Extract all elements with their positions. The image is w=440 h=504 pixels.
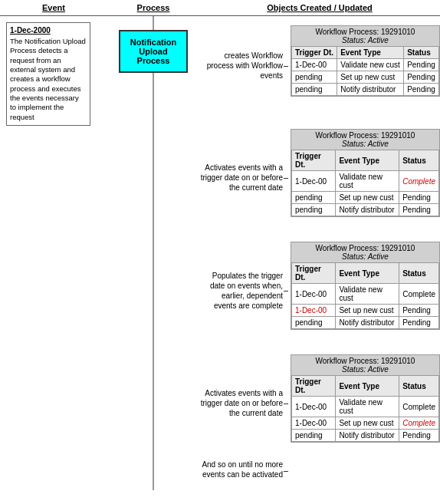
section-3: Populates the trigger date on events whe… <box>199 242 440 339</box>
col-trigger: Trigger Dt. <box>292 47 337 59</box>
col-event: Event Type <box>337 47 404 59</box>
wf-header-1: Workflow Process: 19291010 Status: Activ… <box>291 26 439 46</box>
event-type: Notify distributor <box>336 317 399 329</box>
status-cell: Pending <box>399 317 439 329</box>
desc-3: Populates the trigger date on events whe… <box>199 242 287 339</box>
event-type: Validate new cust <box>336 284 399 305</box>
status-cell: Pending <box>404 84 439 96</box>
event-type: Validate new cust <box>336 397 399 417</box>
header-objects: Objects Created / Updated <box>199 3 440 12</box>
table-row: 1-Dec-00 Validate new cust Pending <box>292 59 439 71</box>
event-description: The Notification Upload Process detects … <box>10 37 87 122</box>
table-row: pending Set up new cust Pending <box>292 192 439 204</box>
trigger-date: pending <box>292 317 336 329</box>
status-cell: Pending <box>399 430 439 442</box>
trigger-date: pending <box>292 71 337 84</box>
table-4: Workflow Process: 19291010 Status: Activ… <box>291 354 440 452</box>
event-type: Set up new cust <box>336 417 399 430</box>
table-row: 1-Dec-00 Validate new cust Complete <box>292 171 439 192</box>
desc-1: creates Workflow process with Workflow e… <box>199 25 287 106</box>
vertical-line <box>153 16 154 490</box>
col-status: Status <box>399 376 439 397</box>
col-status: Status <box>404 47 439 59</box>
table-row: pending Notify distributor Pending <box>292 204 439 216</box>
event-type: Set up new cust <box>336 192 399 204</box>
status-cell: Complete <box>399 284 439 305</box>
desc-4: Activates events with a trigger date on … <box>199 354 287 452</box>
table-row: pending Notify distributor Pending <box>292 430 439 442</box>
desc-5: And so on until no more events can be ac… <box>199 460 287 483</box>
event-type: Validate new cust <box>337 59 404 71</box>
col-trigger: Trigger Dt. <box>292 376 336 397</box>
event-type: Notify distributor <box>337 84 404 96</box>
trigger-date: 1-Dec-00 <box>292 284 336 305</box>
trigger-date: 1-Dec-00 <box>292 305 336 317</box>
trigger-date: pending <box>292 84 337 96</box>
status-cell: Pending <box>404 71 439 84</box>
footer-spacer <box>287 460 440 483</box>
event-type: Notify distributor <box>336 430 399 442</box>
table-1: Workflow Process: 19291010 Status: Activ… <box>291 25 440 106</box>
column-headers: Event Process Objects Created / Updated <box>0 0 440 16</box>
table-row: pending Notify distributor Pending <box>292 317 439 329</box>
body-row: 1-Dec-2000 The Notification Upload Proce… <box>0 16 440 490</box>
event-type: Notify distributor <box>336 204 399 216</box>
table-row: 1-Dec-00 Validate new cust Complete <box>292 284 439 305</box>
section-1: creates Workflow process with Workflow e… <box>199 25 440 106</box>
status-cell: Complete <box>399 171 439 192</box>
event-type: Validate new cust <box>336 171 399 192</box>
trigger-date: 1-Dec-00 <box>292 397 336 417</box>
status-cell: Pending <box>404 59 439 71</box>
wf-header-2: Workflow Process: 19291010 Status: Activ… <box>291 130 439 150</box>
wf-header-4: Workflow Process: 19291010 Status: Activ… <box>291 355 439 375</box>
status-cell: Pending <box>399 204 439 216</box>
status-cell: Pending <box>399 305 439 317</box>
trigger-date: 1-Dec-00 <box>292 59 337 71</box>
table-3: Workflow Process: 19291010 Status: Activ… <box>291 242 440 339</box>
trigger-date: 1-Dec-00 <box>292 171 336 192</box>
col-status: Status <box>399 150 439 171</box>
event-type: Set up new cust <box>337 71 404 84</box>
header-event: Event <box>0 3 107 12</box>
trigger-date: pending <box>292 192 336 204</box>
wf-header-3: Workflow Process: 19291010 Status: Activ… <box>291 242 439 262</box>
process-area: NotificationUploadProcess <box>107 16 199 490</box>
diagram: Event Process Objects Created / Updated … <box>0 0 440 490</box>
process-box: NotificationUploadProcess <box>119 30 188 73</box>
right-area: creates Workflow process with Workflow e… <box>199 16 440 490</box>
table-row: 1-Dec-00 Set up new cust Complete <box>292 417 439 430</box>
table-row: 1-Dec-00 Set up new cust Pending <box>292 305 439 317</box>
col-trigger: Trigger Dt. <box>292 150 336 171</box>
event-box: 1-Dec-2000 The Notification Upload Proce… <box>6 22 90 126</box>
col-status: Status <box>399 263 439 284</box>
col-event: Event Type <box>336 263 399 284</box>
footer-section: And so on until no more events can be ac… <box>199 460 440 483</box>
status-cell: Pending <box>399 192 439 204</box>
table-row: pending Set up new cust Pending <box>292 71 439 84</box>
status-cell: Complete <box>399 417 439 430</box>
event-type: Set up new cust <box>336 305 399 317</box>
trigger-date: pending <box>292 430 336 442</box>
table-row: pending Notify distributor Pending <box>292 84 439 96</box>
process-box-wrapper: NotificationUploadProcess <box>119 22 188 73</box>
status-cell: Complete <box>399 397 439 417</box>
col-event: Event Type <box>336 150 399 171</box>
col-event: Event Type <box>336 376 399 397</box>
header-process: Process <box>107 3 199 12</box>
event-date: 1-Dec-2000 <box>10 26 87 35</box>
event-area: 1-Dec-2000 The Notification Upload Proce… <box>0 16 107 490</box>
desc-2: Activates events with a trigger date on … <box>199 129 287 226</box>
table-row: 1-Dec-00 Validate new cust Complete <box>292 397 439 417</box>
table-2: Workflow Process: 19291010 Status: Activ… <box>291 129 440 226</box>
section-4: Activates events with a trigger date on … <box>199 354 440 452</box>
trigger-date: pending <box>292 204 336 216</box>
trigger-date: 1-Dec-00 <box>292 417 336 430</box>
col-trigger: Trigger Dt. <box>292 263 336 284</box>
section-2: Activates events with a trigger date on … <box>199 129 440 226</box>
